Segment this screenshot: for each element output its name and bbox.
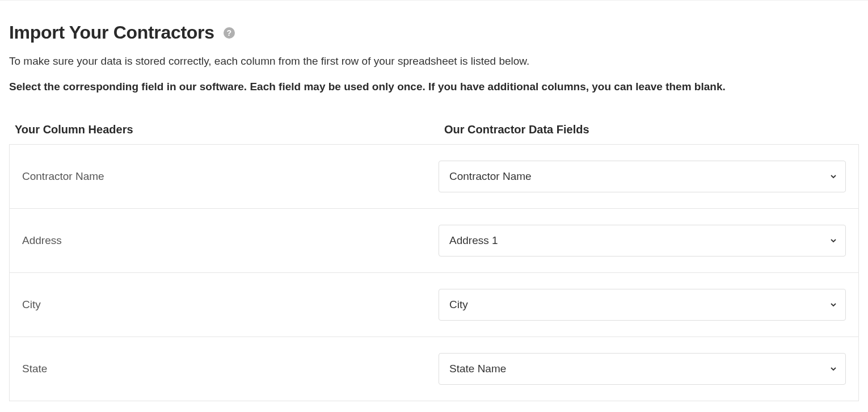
mapping-row: City City: [10, 273, 858, 337]
select-value: Address 1: [449, 234, 498, 247]
select-value: City: [449, 299, 468, 311]
page-title: Import Your Contractors: [9, 22, 214, 43]
column-header-label: State: [22, 363, 439, 375]
field-select-contractor-name[interactable]: Contractor Name: [439, 161, 846, 192]
field-select-city[interactable]: City: [439, 289, 846, 321]
table-header-your-columns: Your Column Headers: [15, 123, 444, 136]
help-icon[interactable]: ?: [224, 27, 235, 39]
column-header-label: Contractor Name: [22, 170, 439, 183]
page-instruction: Select the corresponding field in our so…: [9, 79, 859, 95]
field-select-address[interactable]: Address 1: [439, 225, 846, 257]
select-value: Contractor Name: [449, 170, 532, 183]
field-select-state[interactable]: State Name: [439, 353, 846, 385]
mapping-table: Contractor Name Contractor Name Address …: [9, 144, 859, 401]
page-description: To make sure your data is stored correct…: [9, 53, 859, 70]
mapping-row: Address Address 1: [10, 209, 858, 273]
mapping-row: Contractor Name Contractor Name: [10, 145, 858, 209]
column-header-label: City: [22, 299, 439, 311]
select-value: State Name: [449, 363, 506, 375]
column-header-label: Address: [22, 234, 439, 247]
table-header-our-fields: Our Contractor Data Fields: [444, 123, 853, 136]
mapping-row: State State Name: [10, 337, 858, 401]
